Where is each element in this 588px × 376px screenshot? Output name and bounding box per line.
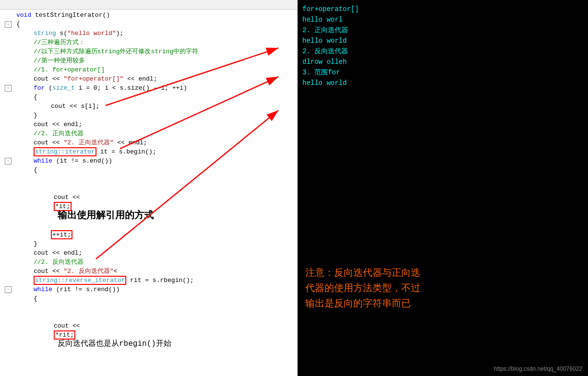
- plain-text: cout <<: [34, 268, 63, 275]
- plain-text: );: [116, 30, 124, 37]
- plain-text: (rit != s.rend()): [52, 286, 120, 293]
- line-code-25: string::reverse_iterator rit = s.rbegin(…: [14, 276, 297, 285]
- code-line-19: cout << *it; 输出使用解引用的方式: [0, 175, 297, 230]
- code-line-3: string s("hello world");: [0, 29, 297, 38]
- code-line-18: {: [0, 165, 297, 175]
- code-line-17: - while (it != s.end()): [0, 156, 297, 165]
- line-code-6: //第一种使用较多: [14, 56, 297, 65]
- term-line-5: 2. 反向迭代器: [302, 46, 583, 57]
- collapse-icon[interactable]: -: [5, 21, 12, 28]
- code-line-4: //三种遍历方式：: [0, 38, 297, 47]
- gutter-2: -: [0, 21, 14, 28]
- term-line-6: dlrow olleh: [302, 57, 583, 67]
- keyword: void: [16, 12, 35, 19]
- terminal-area: for+operator[] hello worl 2. 正向迭代器 hello…: [298, 0, 588, 201]
- code-line-21: }: [0, 239, 297, 248]
- string-literal: "hello world": [67, 30, 116, 37]
- annotation-line-1: 注意：反向迭代器与正向迭: [305, 266, 580, 281]
- plain-text: cout << endl;: [34, 249, 82, 257]
- code-line-12: }: [0, 111, 297, 120]
- code-line-13: cout << endl;: [0, 120, 297, 129]
- line-code-16: string::iterator it = s.begin();: [14, 147, 297, 156]
- code-line-25: string::reverse_iterator rit = s.rbegin(…: [0, 276, 297, 285]
- plain-text: rit = s.rbegin();: [126, 277, 193, 284]
- code-line-1: void testStringIterator(): [0, 11, 297, 20]
- line-code-22: cout << endl;: [14, 248, 297, 258]
- plain-text: {: [34, 94, 37, 101]
- keyword-while2: while: [34, 286, 52, 293]
- plain-text: << endl;: [123, 75, 157, 82]
- term-line-1: for+operator[]: [302, 4, 583, 14]
- comment-text: //以下三种方式除遍历string外还可修改string中的字符: [34, 48, 198, 55]
- line-code-19: cout << *it; 输出使用解引用的方式: [14, 175, 297, 230]
- line-code-27: {: [14, 294, 297, 303]
- type-keyword: size_t: [52, 84, 75, 92]
- comment-text: //三种遍历方式：: [34, 39, 85, 46]
- line-code-29: ++rit; 每次+1: [14, 358, 297, 376]
- term-line-2: hello worl: [302, 14, 583, 25]
- code-line-2: - {: [0, 20, 297, 29]
- code-line-26: - while (rit != s.rend()): [0, 285, 297, 294]
- collapse-icon[interactable]: -: [5, 286, 12, 293]
- plain-text: cout <<: [54, 322, 84, 329]
- plain-text: {: [34, 166, 37, 174]
- plain-text: it = s.begin();: [96, 148, 156, 155]
- code-line-24: cout << "2. 反向迭代器"<: [0, 267, 297, 276]
- line-code-24: cout << "2. 反向迭代器"<: [14, 267, 297, 276]
- code-line-10: {: [0, 93, 297, 102]
- iterator-type-highlight: string::iterator: [34, 147, 96, 156]
- line-code-18: {: [14, 165, 297, 175]
- code-line-15: cout << "2. 正向迭代器" << endl;: [0, 138, 297, 147]
- line-code-15: cout << "2. 正向迭代器" << endl;: [14, 138, 297, 147]
- gutter-17: -: [0, 158, 14, 164]
- right-panel: for+operator[] hello worl 2. 正向迭代器 hello…: [298, 0, 588, 376]
- string-literal: "2. 反向迭代器": [63, 268, 113, 275]
- line-code-9: for (size_t i = 0; i < s.size() - 1; ++i…: [14, 83, 297, 93]
- line-code-21: }: [14, 239, 297, 248]
- plain-text: {: [34, 295, 37, 302]
- collapse-icon[interactable]: -: [5, 158, 12, 164]
- code-line-8: cout << "for+operator[]" << endl;: [0, 74, 297, 83]
- plain-text: }: [34, 240, 37, 247]
- incr-highlight: ++it;: [51, 230, 72, 239]
- code-line-9: - for (size_t i = 0; i < s.size() - 1; +…: [0, 83, 297, 93]
- csdn-url: https://blog.csdn.net/qq_40076022: [494, 365, 582, 372]
- code-line-16: string::iterator it = s.begin();: [0, 147, 297, 156]
- line-code-8: cout << "for+operator[]" << endl;: [14, 74, 297, 83]
- term-line-8: hello world: [302, 78, 583, 88]
- line-code-17: while (it != s.end()): [14, 156, 297, 165]
- plain-text: << endl;: [113, 139, 147, 146]
- annotation-line-2: 代器的使用方法类型，不过: [305, 281, 580, 296]
- line-code-4: //三种遍历方式：: [14, 38, 297, 47]
- line-code-5: //以下三种方式除遍历string外还可修改string中的字符: [14, 47, 297, 56]
- term-line-4: hello world: [302, 35, 583, 46]
- reverse-func-note1: 反向迭代器也是从rbegin()开始: [58, 340, 171, 348]
- keyword-while: while: [34, 157, 52, 164]
- code-line-14: //2. 正向迭代器: [0, 129, 297, 138]
- line-code-1: void testStringIterator(): [14, 11, 297, 20]
- code-header: [0, 0, 297, 10]
- line-code-12: }: [14, 111, 297, 120]
- line-code-10: {: [14, 93, 297, 102]
- line-code-11: cout << s[i];: [14, 102, 297, 111]
- gutter-26: -: [0, 286, 14, 293]
- plain-text: {: [16, 21, 20, 28]
- code-line-23: //2. 反向迭代器: [0, 258, 297, 267]
- term-line-7: 3. 范围for: [302, 67, 583, 78]
- plain-text: }: [34, 112, 37, 119]
- line-code-2: {: [14, 20, 297, 29]
- line-code-20: ++it;: [14, 230, 297, 239]
- code-line-5: //以下三种方式除遍历string外还可修改string中的字符: [0, 47, 297, 56]
- code-line-22: cout << endl;: [0, 248, 297, 258]
- inline-annotation-text: 输出使用解引用的方式: [58, 210, 154, 221]
- plain-text: cout << s[i];: [51, 103, 99, 110]
- code-panel: void testStringIterator() - { string s("…: [0, 0, 298, 376]
- plain-text: cout <<: [34, 139, 63, 146]
- line-code-28: cout << *rit; 反向迭代器也是从rbegin()开始: [14, 303, 297, 358]
- code-line-11: cout << s[i];: [0, 102, 297, 111]
- comment-text: //1. for+operator[]: [34, 66, 105, 73]
- code-line-7: //1. for+operator[]: [0, 65, 297, 74]
- code-line-28: cout << *rit; 反向迭代器也是从rbegin()开始: [0, 303, 297, 358]
- collapse-icon[interactable]: -: [5, 85, 12, 92]
- line-code-26: while (rit != s.rend()): [14, 285, 297, 294]
